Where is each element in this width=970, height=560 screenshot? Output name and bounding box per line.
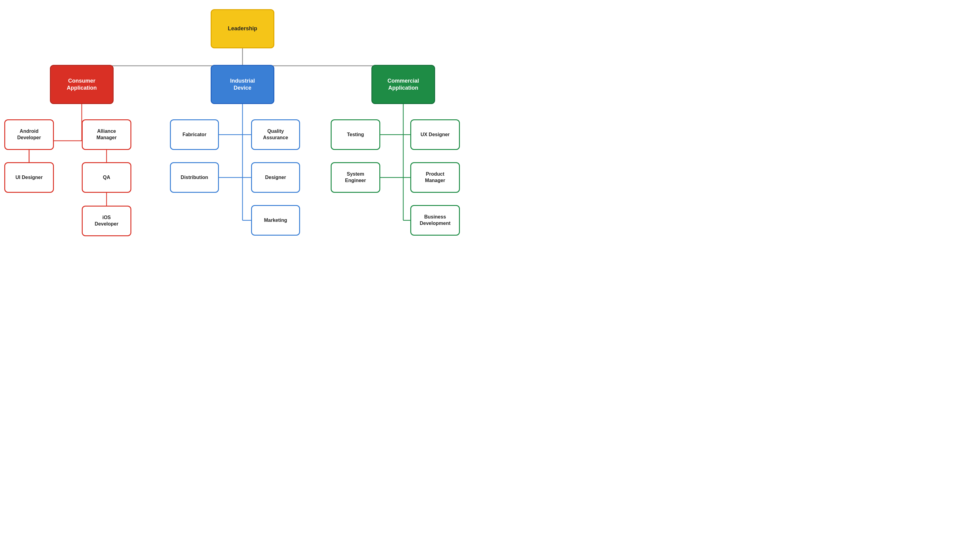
node-ui-label: UI Designer — [16, 175, 43, 181]
node-biz-label: BusinessDevelopment — [420, 214, 451, 227]
node-testing-label: Testing — [347, 132, 364, 138]
org-chart: Leadership ConsumerApplication Industria… — [0, 0, 485, 280]
node-ui-designer: UI Designer — [4, 162, 54, 193]
node-marketing-label: Marketing — [264, 217, 287, 224]
node-ux-label: UX Designer — [421, 132, 449, 138]
node-consumer-label: ConsumerApplication — [67, 77, 97, 92]
node-quality-assurance: QualityAssurance — [251, 119, 300, 150]
node-ios-developer: iOSDeveloper — [82, 206, 131, 236]
node-distribution-label: Distribution — [181, 175, 208, 181]
node-alliance-manager: AllianceManager — [82, 119, 131, 150]
node-android-developer: AndroidDeveloper — [4, 119, 54, 150]
node-testing: Testing — [331, 119, 380, 150]
node-leadership: Leadership — [210, 9, 274, 48]
node-consumer-application: ConsumerApplication — [50, 65, 114, 104]
node-system-label: SystemEngineer — [345, 171, 366, 184]
node-product-manager: ProductManager — [410, 162, 460, 193]
node-qa-label: QA — [103, 175, 110, 181]
node-business-development: BusinessDevelopment — [410, 205, 460, 236]
node-designer: Designer — [251, 162, 300, 193]
node-commercial-application: CommercialApplication — [371, 65, 435, 104]
node-system-engineer: SystemEngineer — [331, 162, 380, 193]
node-ios-label: iOSDeveloper — [95, 215, 118, 227]
node-qa: QA — [82, 162, 131, 193]
node-designer-label: Designer — [265, 175, 286, 181]
node-alliance-label: AllianceManager — [97, 128, 117, 141]
node-quality-label: QualityAssurance — [263, 128, 288, 141]
node-leadership-label: Leadership — [228, 25, 257, 32]
node-ux-designer: UX Designer — [410, 119, 460, 150]
node-distribution: Distribution — [170, 162, 219, 193]
node-fabricator-label: Fabricator — [182, 132, 206, 138]
node-product-label: ProductManager — [425, 171, 445, 184]
node-industrial-device: IndustrialDevice — [210, 65, 274, 104]
node-android-label: AndroidDeveloper — [17, 128, 41, 141]
node-commercial-label: CommercialApplication — [387, 77, 419, 92]
node-industrial-label: IndustrialDevice — [230, 77, 255, 92]
node-marketing: Marketing — [251, 205, 300, 236]
node-fabricator: Fabricator — [170, 119, 219, 150]
